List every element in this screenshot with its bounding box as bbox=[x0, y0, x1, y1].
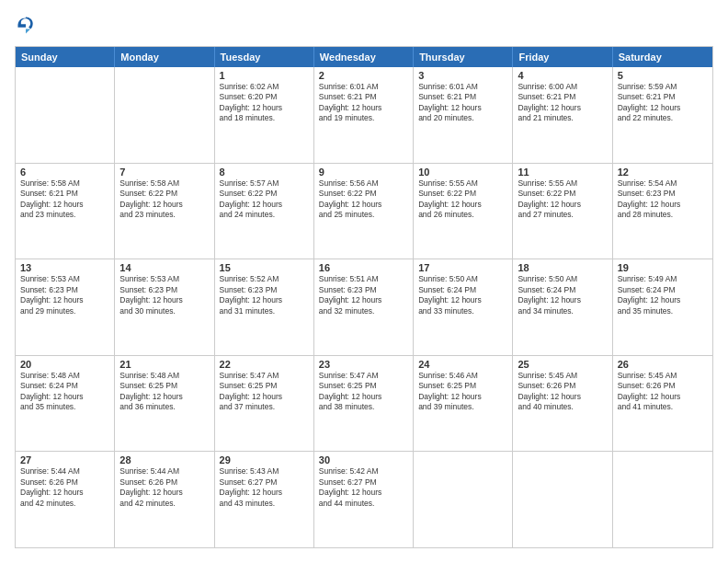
calendar: SundayMondayTuesdayWednesdayThursdayFrid… bbox=[15, 46, 713, 548]
calendar-row-0: 1Sunrise: 6:02 AM Sunset: 6:20 PM Daylig… bbox=[16, 67, 712, 163]
calendar-cell-8: 8Sunrise: 5:57 AM Sunset: 6:22 PM Daylig… bbox=[215, 164, 314, 259]
cell-info: Sunrise: 5:58 AM Sunset: 6:21 PM Dayligh… bbox=[20, 178, 109, 221]
day-number: 5 bbox=[618, 70, 708, 81]
cell-info: Sunrise: 5:42 AM Sunset: 6:27 PM Dayligh… bbox=[319, 466, 408, 509]
cell-info: Sunrise: 5:47 AM Sunset: 6:25 PM Dayligh… bbox=[220, 371, 309, 413]
calendar-cell-empty-0-1 bbox=[115, 67, 214, 163]
header-day-monday: Monday bbox=[115, 47, 214, 67]
calendar-cell-empty-0-0 bbox=[16, 67, 115, 163]
cell-info: Sunrise: 5:47 AM Sunset: 6:25 PM Dayligh… bbox=[319, 371, 408, 413]
calendar-cell-20: 20Sunrise: 5:48 AM Sunset: 6:24 PM Dayli… bbox=[16, 356, 115, 452]
calendar-row-1: 6Sunrise: 5:58 AM Sunset: 6:21 PM Daylig… bbox=[16, 163, 712, 259]
calendar-cell-24: 24Sunrise: 5:46 AM Sunset: 6:25 PM Dayli… bbox=[414, 356, 513, 452]
cell-info: Sunrise: 5:43 AM Sunset: 6:27 PM Dayligh… bbox=[220, 466, 309, 509]
cell-info: Sunrise: 6:01 AM Sunset: 6:21 PM Dayligh… bbox=[319, 82, 408, 124]
day-number: 27 bbox=[20, 454, 109, 465]
day-number: 4 bbox=[518, 70, 607, 81]
calendar-cell-17: 17Sunrise: 5:50 AM Sunset: 6:24 PM Dayli… bbox=[414, 259, 513, 355]
svg-marker-0 bbox=[26, 29, 30, 33]
day-number: 12 bbox=[618, 167, 708, 178]
day-number: 17 bbox=[418, 262, 507, 273]
cell-info: Sunrise: 5:51 AM Sunset: 6:23 PM Dayligh… bbox=[319, 274, 408, 316]
day-number: 29 bbox=[220, 454, 309, 465]
calendar-row-2: 13Sunrise: 5:53 AM Sunset: 6:23 PM Dayli… bbox=[16, 259, 712, 355]
calendar-cell-28: 28Sunrise: 5:44 AM Sunset: 6:26 PM Dayli… bbox=[115, 452, 214, 547]
cell-info: Sunrise: 5:45 AM Sunset: 6:26 PM Dayligh… bbox=[618, 371, 708, 413]
cell-info: Sunrise: 5:44 AM Sunset: 6:26 PM Dayligh… bbox=[20, 466, 109, 509]
calendar-body: 1Sunrise: 6:02 AM Sunset: 6:20 PM Daylig… bbox=[16, 67, 712, 547]
cell-info: Sunrise: 5:49 AM Sunset: 6:24 PM Dayligh… bbox=[618, 274, 708, 316]
calendar-cell-empty-4-4 bbox=[414, 452, 513, 547]
header bbox=[15, 15, 713, 37]
day-number: 21 bbox=[119, 359, 209, 370]
calendar-cell-10: 10Sunrise: 5:55 AM Sunset: 6:22 PM Dayli… bbox=[414, 164, 513, 259]
header-day-saturday: Saturday bbox=[613, 47, 712, 67]
day-number: 6 bbox=[20, 167, 109, 178]
calendar-cell-empty-4-5 bbox=[513, 452, 612, 547]
calendar-cell-15: 15Sunrise: 5:52 AM Sunset: 6:23 PM Dayli… bbox=[215, 259, 314, 355]
cell-info: Sunrise: 5:50 AM Sunset: 6:24 PM Dayligh… bbox=[518, 274, 607, 316]
calendar-header: SundayMondayTuesdayWednesdayThursdayFrid… bbox=[16, 47, 712, 67]
calendar-cell-6: 6Sunrise: 5:58 AM Sunset: 6:21 PM Daylig… bbox=[16, 164, 115, 259]
day-number: 8 bbox=[220, 167, 309, 178]
day-number: 16 bbox=[319, 262, 408, 273]
day-number: 11 bbox=[518, 167, 607, 178]
header-day-wednesday: Wednesday bbox=[314, 47, 414, 67]
calendar-cell-19: 19Sunrise: 5:49 AM Sunset: 6:24 PM Dayli… bbox=[613, 259, 712, 355]
day-number: 22 bbox=[220, 359, 309, 370]
cell-info: Sunrise: 5:55 AM Sunset: 6:22 PM Dayligh… bbox=[418, 178, 507, 221]
calendar-cell-22: 22Sunrise: 5:47 AM Sunset: 6:25 PM Dayli… bbox=[215, 356, 314, 452]
day-number: 14 bbox=[119, 262, 209, 273]
header-day-friday: Friday bbox=[513, 47, 612, 67]
day-number: 9 bbox=[319, 167, 408, 178]
calendar-cell-25: 25Sunrise: 5:45 AM Sunset: 6:26 PM Dayli… bbox=[513, 356, 612, 452]
calendar-row-3: 20Sunrise: 5:48 AM Sunset: 6:24 PM Dayli… bbox=[16, 355, 712, 452]
calendar-cell-5: 5Sunrise: 5:59 AM Sunset: 6:21 PM Daylig… bbox=[613, 67, 712, 163]
calendar-cell-1: 1Sunrise: 6:02 AM Sunset: 6:20 PM Daylig… bbox=[215, 67, 314, 163]
cell-info: Sunrise: 5:58 AM Sunset: 6:22 PM Dayligh… bbox=[119, 178, 209, 221]
calendar-cell-26: 26Sunrise: 5:45 AM Sunset: 6:26 PM Dayli… bbox=[613, 356, 712, 452]
cell-info: Sunrise: 5:45 AM Sunset: 6:26 PM Dayligh… bbox=[518, 371, 607, 413]
cell-info: Sunrise: 6:00 AM Sunset: 6:21 PM Dayligh… bbox=[518, 82, 607, 124]
logo bbox=[15, 15, 40, 37]
calendar-cell-29: 29Sunrise: 5:43 AM Sunset: 6:27 PM Dayli… bbox=[215, 452, 314, 547]
calendar-cell-23: 23Sunrise: 5:47 AM Sunset: 6:25 PM Dayli… bbox=[314, 356, 414, 452]
cell-info: Sunrise: 5:46 AM Sunset: 6:25 PM Dayligh… bbox=[418, 371, 507, 413]
day-number: 18 bbox=[518, 262, 607, 273]
day-number: 24 bbox=[418, 359, 507, 370]
header-day-thursday: Thursday bbox=[414, 47, 513, 67]
day-number: 13 bbox=[20, 262, 109, 273]
calendar-cell-27: 27Sunrise: 5:44 AM Sunset: 6:26 PM Dayli… bbox=[16, 452, 115, 547]
day-number: 19 bbox=[618, 262, 708, 273]
day-number: 10 bbox=[418, 167, 507, 178]
day-number: 7 bbox=[119, 167, 209, 178]
calendar-cell-12: 12Sunrise: 5:54 AM Sunset: 6:23 PM Dayli… bbox=[613, 164, 712, 259]
day-number: 28 bbox=[119, 454, 209, 465]
cell-info: Sunrise: 5:53 AM Sunset: 6:23 PM Dayligh… bbox=[119, 274, 209, 316]
calendar-cell-empty-4-6 bbox=[613, 452, 712, 547]
calendar-cell-9: 9Sunrise: 5:56 AM Sunset: 6:22 PM Daylig… bbox=[314, 164, 414, 259]
calendar-cell-30: 30Sunrise: 5:42 AM Sunset: 6:27 PM Dayli… bbox=[314, 452, 414, 547]
day-number: 23 bbox=[319, 359, 408, 370]
header-day-sunday: Sunday bbox=[16, 47, 115, 67]
cell-info: Sunrise: 5:57 AM Sunset: 6:22 PM Dayligh… bbox=[220, 178, 309, 221]
cell-info: Sunrise: 5:50 AM Sunset: 6:24 PM Dayligh… bbox=[418, 274, 507, 316]
calendar-cell-14: 14Sunrise: 5:53 AM Sunset: 6:23 PM Dayli… bbox=[115, 259, 214, 355]
cell-info: Sunrise: 5:53 AM Sunset: 6:23 PM Dayligh… bbox=[20, 274, 109, 316]
day-number: 25 bbox=[518, 359, 607, 370]
day-number: 30 bbox=[319, 454, 408, 465]
calendar-cell-13: 13Sunrise: 5:53 AM Sunset: 6:23 PM Dayli… bbox=[16, 259, 115, 355]
cell-info: Sunrise: 5:54 AM Sunset: 6:23 PM Dayligh… bbox=[618, 178, 708, 221]
calendar-cell-16: 16Sunrise: 5:51 AM Sunset: 6:23 PM Dayli… bbox=[314, 259, 414, 355]
cell-info: Sunrise: 5:59 AM Sunset: 6:21 PM Dayligh… bbox=[618, 82, 708, 124]
cell-info: Sunrise: 5:48 AM Sunset: 6:25 PM Dayligh… bbox=[119, 371, 209, 413]
calendar-cell-3: 3Sunrise: 6:01 AM Sunset: 6:21 PM Daylig… bbox=[414, 67, 513, 163]
day-number: 26 bbox=[618, 359, 708, 370]
calendar-cell-18: 18Sunrise: 5:50 AM Sunset: 6:24 PM Dayli… bbox=[513, 259, 612, 355]
header-day-tuesday: Tuesday bbox=[215, 47, 314, 67]
calendar-row-4: 27Sunrise: 5:44 AM Sunset: 6:26 PM Dayli… bbox=[16, 451, 712, 547]
day-number: 15 bbox=[220, 262, 309, 273]
cell-info: Sunrise: 5:56 AM Sunset: 6:22 PM Dayligh… bbox=[319, 178, 408, 221]
cell-info: Sunrise: 5:52 AM Sunset: 6:23 PM Dayligh… bbox=[220, 274, 309, 316]
cell-info: Sunrise: 5:55 AM Sunset: 6:22 PM Dayligh… bbox=[518, 178, 607, 221]
